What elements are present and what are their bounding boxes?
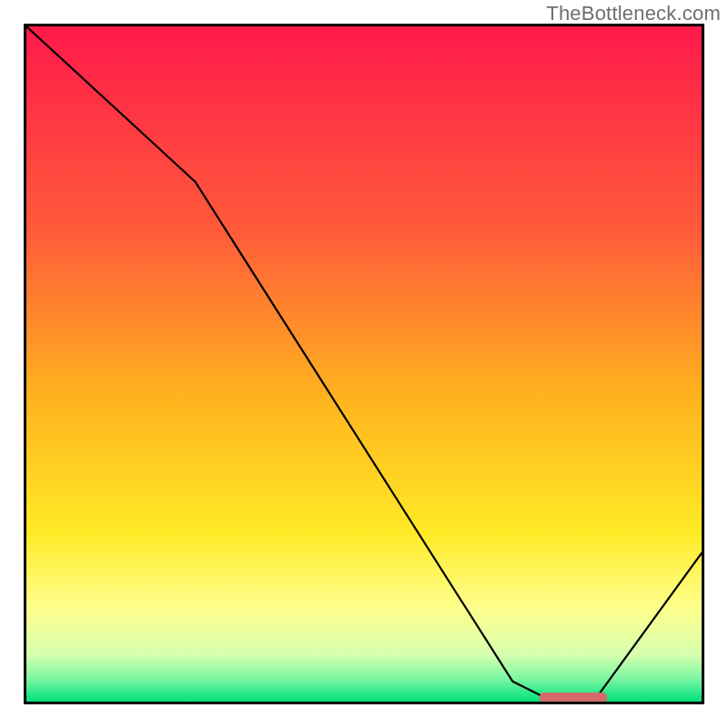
chart-container: TheBottleneck.com bbox=[0, 0, 728, 728]
chart-background bbox=[26, 26, 702, 702]
plot-area bbox=[24, 24, 704, 704]
chart-svg bbox=[26, 26, 702, 702]
watermark-text: TheBottleneck.com bbox=[546, 2, 721, 25]
optimal-range-marker bbox=[540, 693, 607, 702]
